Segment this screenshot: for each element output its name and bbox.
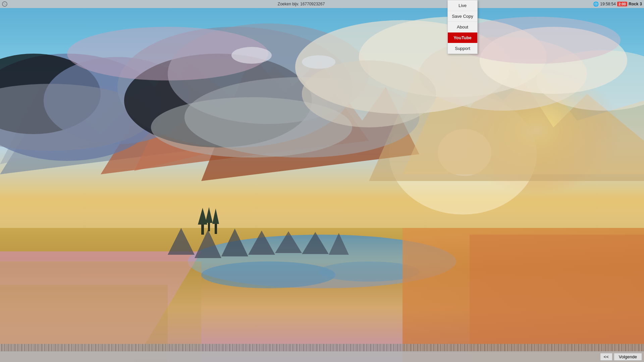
status-area: 🌐 19:58:54 2:00 Rock 3	[593, 1, 642, 7]
svg-point-51	[302, 55, 335, 69]
svg-marker-33	[470, 235, 644, 362]
dropdown-menu: Live Save Copy About YouTube Support	[447, 0, 478, 54]
menu-item-support[interactable]: Support	[448, 43, 477, 54]
menu-item-youtube[interactable]: YouTube	[448, 33, 477, 43]
menu-item-save-copy[interactable]: Save Copy	[448, 11, 477, 22]
menu-item-live[interactable]: Live	[448, 0, 477, 11]
svg-point-23	[302, 60, 436, 127]
svg-point-27	[453, 17, 621, 64]
svg-point-30	[201, 261, 335, 288]
search-label: Zoeken bijv. 16770923267	[9, 2, 593, 6]
channel-number: 3	[640, 2, 642, 6]
landscape-scene	[0, 0, 644, 362]
countdown-badge: 2:00	[617, 2, 627, 6]
svg-point-50	[231, 47, 272, 64]
bottombar: << Volgende	[0, 351, 644, 362]
prev-button[interactable]: <<	[600, 353, 612, 361]
globe-icon: 🌐	[593, 1, 599, 7]
time-display: 19:58:54	[600, 2, 616, 6]
menu-item-about[interactable]: About	[448, 22, 477, 33]
next-button[interactable]: Volgende	[614, 353, 642, 361]
station-label: Rock	[629, 2, 638, 6]
topbar: Zoeken bijv. 16770923267 🌐 19:58:54 2:00…	[0, 0, 644, 8]
app-icon	[1, 1, 8, 7]
noise-strip	[0, 344, 644, 351]
